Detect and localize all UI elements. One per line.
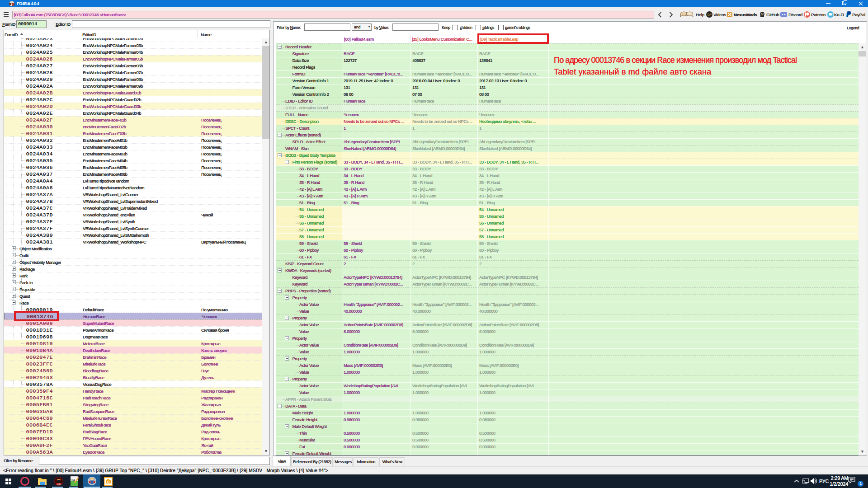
svg-text:CLAS: CLAS — [57, 483, 61, 485]
svg-text:GP: GP — [707, 13, 712, 16]
